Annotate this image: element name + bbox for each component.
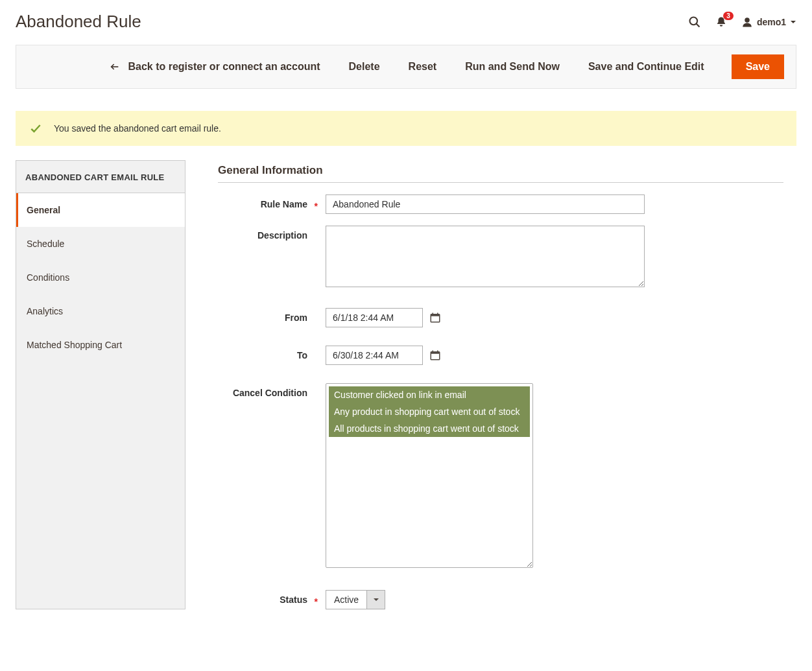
- status-label: Status*: [218, 590, 326, 605]
- tab-general[interactable]: General: [16, 193, 185, 227]
- user-name: demo1: [757, 17, 786, 27]
- svg-point-0: [689, 17, 697, 25]
- checkmark-icon: [29, 122, 42, 135]
- calendar-icon[interactable]: [429, 312, 441, 324]
- from-date-input[interactable]: [326, 308, 423, 327]
- to-date-input[interactable]: [326, 346, 423, 365]
- tab-matched-shopping-cart[interactable]: Matched Shopping Cart: [16, 328, 185, 362]
- svg-line-1: [696, 23, 699, 27]
- chevron-down-icon: [366, 591, 385, 609]
- chevron-down-icon: [790, 19, 796, 25]
- cancel-condition-label: Cancel Condition: [218, 383, 326, 398]
- status-value: Active: [326, 591, 366, 609]
- section-title: General Information: [218, 164, 783, 183]
- rule-name-label: Rule Name*: [218, 194, 326, 209]
- page-title: Abandoned Rule: [16, 12, 688, 32]
- run-send-now-button[interactable]: Run and Send Now: [464, 57, 561, 77]
- sidebar: ABANDONED CART EMAIL RULE General Schedu…: [16, 160, 185, 609]
- tab-analytics[interactable]: Analytics: [16, 294, 185, 328]
- rule-name-input[interactable]: [326, 194, 645, 214]
- search-icon[interactable]: [688, 16, 701, 29]
- back-label: Back to register or connect an account: [128, 61, 320, 73]
- back-button[interactable]: Back to register or connect an account: [108, 57, 321, 77]
- description-input[interactable]: [326, 226, 645, 287]
- save-button[interactable]: Save: [732, 54, 784, 79]
- tab-schedule[interactable]: Schedule: [16, 227, 185, 261]
- back-arrow-icon: [110, 62, 120, 72]
- tab-conditions[interactable]: Conditions: [16, 261, 185, 294]
- sidebar-title: ABANDONED CART EMAIL RULE: [16, 161, 185, 193]
- cancel-condition-select[interactable]: Customer clicked on link in email Any pr…: [326, 383, 533, 568]
- notifications-icon[interactable]: 3: [715, 16, 727, 29]
- from-label: From: [218, 308, 326, 323]
- user-icon: [741, 16, 753, 28]
- save-continue-button[interactable]: Save and Continue Edit: [587, 57, 706, 77]
- svg-rect-5: [431, 314, 440, 316]
- success-text: You saved the abandoned cart email rule.: [54, 123, 221, 134]
- delete-button[interactable]: Delete: [348, 57, 381, 77]
- user-menu[interactable]: demo1: [741, 16, 796, 28]
- reset-button[interactable]: Reset: [407, 57, 438, 77]
- success-message: You saved the abandoned cart email rule.: [16, 111, 796, 146]
- action-toolbar: Back to register or connect an account D…: [16, 45, 796, 89]
- to-label: To: [218, 346, 326, 360]
- svg-point-2: [745, 18, 750, 23]
- notification-badge: 3: [723, 12, 734, 20]
- description-label: Description: [218, 226, 326, 241]
- status-select[interactable]: Active: [326, 590, 385, 609]
- calendar-icon[interactable]: [429, 349, 441, 361]
- svg-rect-9: [431, 352, 440, 354]
